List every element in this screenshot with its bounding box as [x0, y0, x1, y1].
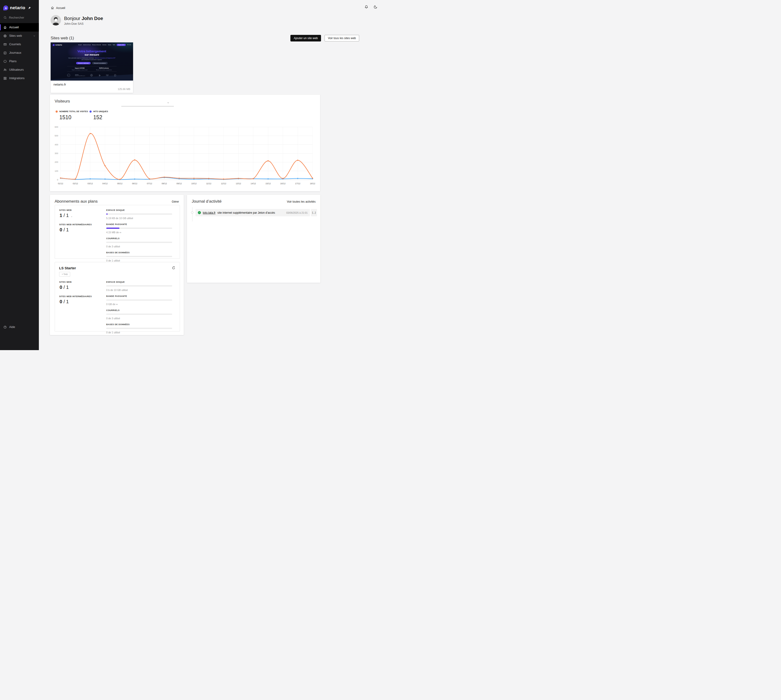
add-tag-button[interactable]: + TAG: [59, 272, 70, 277]
dark-mode-moon-icon[interactable]: [373, 5, 378, 9]
timeline-node: [191, 211, 193, 214]
svg-text:400: 400: [55, 143, 58, 146]
legend-label: HITS UNIQUES: [93, 110, 108, 113]
manage-plans-link[interactable]: Gérer: [172, 200, 179, 203]
meter-fill: [106, 228, 120, 229]
ls-starter-plan-card: LS Starter + TAG SITES WEB 0 / 1 SITES W…: [55, 262, 180, 332]
sidebar-item-aide[interactable]: Aide: [0, 323, 39, 331]
search-bar[interactable]: [0, 13, 39, 23]
svg-text:07/12: 07/12: [147, 182, 152, 185]
help-icon: [3, 325, 7, 329]
stat-label: SITES WEB INTERMÉDIAIRES: [59, 223, 106, 226]
subscriptions-panel: Abonnements aux plans Gérer SITES WEB 1 …: [50, 195, 184, 335]
meter-fill: [106, 213, 108, 215]
meter-disk-space: ESPACE DISQUE 0 b de 10 GB utilisé: [106, 281, 172, 292]
stat-label: SITES WEB INTERMÉDIAIRES: [59, 295, 106, 298]
search-input[interactable]: [9, 16, 35, 19]
sidebar-item-courriels[interactable]: Courriels: [0, 40, 39, 48]
svg-text:10/12: 10/12: [191, 182, 196, 185]
stat-label: SITES WEB: [59, 281, 106, 283]
activity-site-link[interactable]: toto.tata.fr: [203, 211, 215, 214]
sidebar-item-plans[interactable]: Plans: [0, 57, 39, 65]
broadcast-logo-icon: [106, 74, 109, 77]
svg-text:01/12: 01/12: [58, 182, 63, 185]
meter-bandwidth: BANDE PASSANTE 4.15 MB de ∞: [106, 223, 172, 234]
stat-label: SITES WEB: [59, 209, 106, 211]
thumb-hero-line1: Votre hébergement: [51, 50, 133, 53]
view-all-activities-link[interactable]: Voir toutes les activités: [287, 200, 316, 203]
greeting-title: Bonjour John Doe: [64, 16, 103, 21]
activity-panel: Journal d’activité Voir toutes les activ…: [187, 195, 320, 283]
sidebar-item-label: Utilisateurs: [9, 68, 24, 72]
site-thumbnail[interactable]: netario Accueil Internet & Cloud Réseau …: [51, 42, 133, 81]
meter-track: [106, 228, 172, 229]
chevron-down-icon: [167, 101, 170, 104]
home-icon: [4, 27, 6, 28]
meter-track: [106, 242, 172, 243]
add-site-button[interactable]: Ajouter un site web: [290, 35, 321, 42]
svg-text:300: 300: [55, 152, 58, 155]
refresh-icon[interactable]: [172, 266, 175, 270]
svg-text:17/12: 17/12: [295, 182, 301, 185]
thumb-description: Votre partenaire expert en infrastructur…: [68, 57, 116, 60]
svg-text:11/12: 11/12: [206, 182, 211, 185]
sidebar-item-label: Sites web: [9, 34, 22, 37]
period-select[interactable]: [121, 100, 174, 107]
svg-text:09/12: 09/12: [177, 182, 182, 185]
integrations-icon: [3, 77, 7, 80]
thumb-nav-item: Services: [102, 44, 107, 45]
svg-text:06/12: 06/12: [132, 182, 137, 185]
docs-logo-icon: [114, 74, 117, 77]
sidebar-nav: Accueil Sites web Courriels Journaux Pla…: [0, 23, 39, 82]
app-logo[interactable]: a netario: [0, 0, 39, 13]
meter-databases: BASES DE DONNÉES 0 de 1 utilisé: [106, 323, 172, 334]
intermediate-sites-count: 0 / 1: [60, 227, 106, 233]
sidebar-item-label: Intégrations: [9, 77, 25, 80]
thumb-nav-item: Tarifs: [113, 44, 115, 45]
mail-icon: [3, 43, 7, 46]
user-name: John Doe: [82, 16, 103, 21]
activity-entry[interactable]: ✓ toto.tata.fr site internet supplémenta…: [195, 209, 310, 216]
meter-emails: COURRIELS 0 de 3 utilisé: [106, 309, 172, 320]
sidebar: a netario Accueil Sites web Courriels: [0, 0, 39, 350]
svg-text:04/12: 04/12: [102, 182, 108, 185]
svg-text:13/12: 13/12: [236, 182, 241, 185]
chevron-down-icon[interactable]: [33, 35, 35, 37]
notifications-bell-icon[interactable]: [365, 5, 368, 9]
plan-name: LS Starter: [59, 266, 76, 270]
svg-text:15/12: 15/12: [265, 182, 271, 185]
visitors-panel: Visiteurs NOMBRE TOTAL DE VISITES 1510 H…: [50, 95, 320, 191]
users-icon: [3, 68, 7, 72]
plan-intermediate-count: 0 / 1: [60, 299, 106, 304]
sidebar-item-label: Accueil: [9, 26, 18, 29]
activity-text: site internet supplémentaire par Jeton d…: [217, 211, 275, 214]
pin-sidebar-icon[interactable]: [28, 7, 31, 10]
view-all-sites-button[interactable]: Voir tous les sites web: [325, 35, 359, 42]
thumb-client-button: Espace client: [117, 44, 126, 46]
chevron-down-icon[interactable]: ⌄: [71, 215, 73, 217]
sidebar-item-accueil[interactable]: Accueil: [0, 23, 39, 32]
thumb-cta-primary: Démarrer maintenant: [76, 62, 90, 64]
breadcrumb[interactable]: Accueil: [51, 6, 65, 10]
greeting-prefix: Bonjour: [64, 16, 80, 21]
visitors-line-chart[interactable]: 010020030040050060001/1202/1203/1204/120…: [50, 123, 320, 189]
success-check-icon: ✓: [198, 211, 201, 214]
meter-bandwidth: BANDE PASSANTE 0 GB de ∞: [106, 295, 172, 306]
meter-track: [106, 285, 172, 287]
site-card[interactable]: netario Accueil Internet & Cloud Réseau …: [51, 42, 133, 93]
thumb-feature: RGPD-Conforme Respect des normes europée…: [92, 67, 116, 70]
meter-emails: COURRIELS 0 de 3 utilisé: [106, 237, 172, 248]
sidebar-item-integrations[interactable]: Intégrations: [0, 74, 39, 82]
thumb-lang-switch: FR / EN: [127, 44, 131, 45]
site-domain[interactable]: netario.fr: [53, 83, 130, 86]
meter-track: [106, 328, 172, 329]
site-size: 125.66 MB: [53, 88, 130, 90]
meter-track: [106, 313, 172, 315]
activity-details-button[interactable]: {...}: [311, 209, 317, 216]
sidebar-item-sites-web[interactable]: Sites web: [0, 32, 39, 40]
sidebar-item-utilisateurs[interactable]: Utilisateurs: [0, 65, 39, 74]
sidebar-item-journaux[interactable]: Journaux: [0, 48, 39, 57]
thumb-cta-secondary: Découvrir nos solutions: [92, 62, 108, 64]
sites-section-title: Sites web (1): [51, 36, 74, 40]
thumb-nav-item: Accueil: [78, 44, 82, 45]
